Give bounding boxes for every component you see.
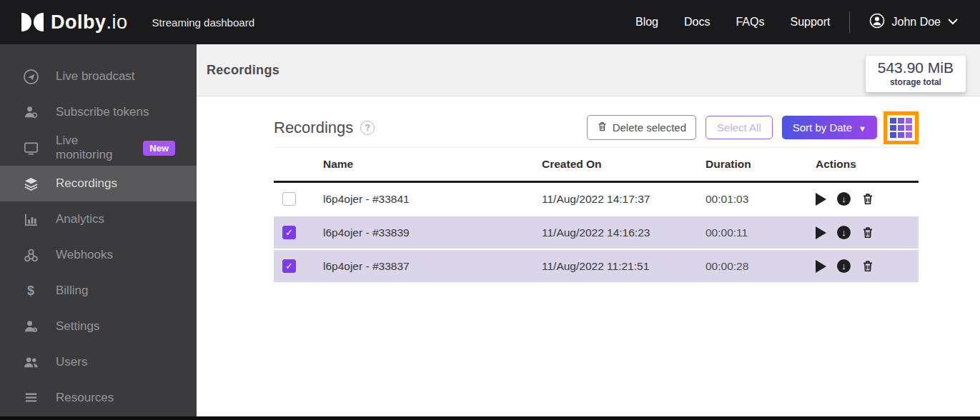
download-icon: ↓ [837, 259, 851, 273]
help-icon[interactable]: ? [360, 121, 375, 135]
play-icon [816, 260, 826, 273]
sidebar-item-label: Recordings [56, 176, 117, 191]
sidebar-item-label: Live broadcast [56, 69, 135, 84]
storage-label: storage total [878, 77, 954, 87]
recording-duration: 00:01:03 [706, 193, 816, 206]
sidebar-item-label: Users [56, 355, 87, 369]
person-badge-icon [21, 104, 40, 121]
grid-icon [890, 118, 912, 138]
caret-down-icon: ▼ [858, 124, 866, 133]
sidebar-item-recordings[interactable]: Recordings [0, 166, 197, 201]
webhook-icon [21, 247, 40, 264]
row-checkbox[interactable]: ✓ [282, 259, 296, 273]
play-icon [816, 226, 826, 239]
recording-duration: 00:00:28 [706, 260, 816, 273]
bottom-border-bar [0, 416, 980, 420]
top-navbar: Dolby.io Streaming dashboard Blog Docs F… [0, 0, 980, 44]
recording-created-on: 11/Aug/2022 14:16:23 [542, 226, 706, 239]
download-button[interactable]: ↓ [837, 226, 851, 239]
user-menu[interactable]: John Doe [868, 12, 959, 32]
recordings-toolbar: Recordings ? Delete selected Select All [274, 114, 919, 148]
column-header-name: Name [323, 158, 542, 171]
column-header-created-on: Created On [542, 158, 706, 171]
chevron-down-icon [947, 15, 959, 27]
grid-view-toggle-button[interactable] [884, 111, 919, 144]
sidebar-item-label: Webhooks [56, 248, 113, 262]
recording-created-on: 11/Aug/2022 14:17:37 [542, 193, 706, 206]
nav-link-docs[interactable]: Docs [684, 16, 710, 29]
user-name: John Doe [892, 16, 941, 29]
row-checkbox[interactable]: ✓ [282, 192, 296, 206]
column-header-duration: Duration [706, 158, 816, 171]
download-icon: ↓ [837, 226, 851, 239]
sidebar-item-label: Live monitoring [56, 134, 122, 162]
table-row: ✓ l6p4ojer - #33839 11/Aug/2022 14:16:23… [274, 216, 919, 249]
monitor-icon [21, 140, 40, 156]
page-header: Recordings 543.90 MiB storage total [197, 44, 980, 96]
sidebar-item-analytics[interactable]: Analytics [0, 201, 197, 237]
nav-link-faqs[interactable]: FAQs [736, 16, 764, 29]
dolby-double-d-icon [21, 13, 44, 31]
sidebar-item-billing[interactable]: $ Billing [0, 273, 197, 309]
nav-link-support[interactable]: Support [790, 16, 830, 29]
nav-link-blog[interactable]: Blog [635, 16, 658, 29]
play-icon [816, 193, 826, 206]
layers-icon [21, 176, 40, 192]
recordings-section-title: Recordings ? [274, 119, 375, 137]
sidebar-item-live-broadcast[interactable]: Live broadcast [0, 59, 197, 94]
table-row: ✓ l6p4ojer - #33841 11/Aug/2022 14:17:37… [274, 183, 919, 215]
dollar-icon: $ [21, 284, 40, 299]
sidebar: Live broadcast Subscribe tokens Live mon… [0, 44, 197, 416]
nav-links: Blog Docs FAQs Support [635, 16, 831, 29]
sort-by-date-button[interactable]: Sort by Date ▼ [782, 116, 877, 139]
storage-value: 543.90 MiB [878, 59, 954, 76]
broadcast-icon [21, 69, 40, 85]
dolby-logo[interactable]: Dolby.io [21, 11, 128, 34]
recording-name: l6p4ojer - #33839 [323, 226, 542, 239]
app-window: Dolby.io Streaming dashboard Blog Docs F… [0, 0, 980, 420]
main-panel: Recordings 543.90 MiB storage total Reco… [197, 44, 980, 416]
storage-total-card: 543.90 MiB storage total [866, 56, 966, 92]
sidebar-item-live-monitoring[interactable]: Live monitoring New [0, 130, 197, 166]
trash-icon [597, 121, 608, 134]
user-avatar-icon [868, 12, 886, 32]
delete-button[interactable] [861, 259, 874, 273]
users-icon [21, 354, 40, 371]
brand-name: Dolby.io [51, 11, 128, 34]
trash-icon [861, 259, 874, 273]
sidebar-item-label: Billing [56, 284, 88, 298]
play-button[interactable] [816, 226, 826, 239]
new-badge: New [143, 141, 175, 156]
app-subtitle: Streaming dashboard [152, 16, 254, 29]
sidebar-item-resources[interactable]: Resources [0, 380, 197, 416]
delete-button[interactable] [861, 192, 874, 206]
sidebar-item-users[interactable]: Users [0, 344, 197, 380]
sidebar-item-webhooks[interactable]: Webhooks [0, 237, 197, 273]
download-icon: ↓ [837, 192, 851, 206]
recording-name: l6p4ojer - #33841 [323, 193, 542, 206]
page-title: Recordings [207, 63, 279, 78]
person-gear-icon [21, 319, 40, 335]
delete-selected-button[interactable]: Delete selected [587, 115, 696, 140]
trash-icon [861, 226, 874, 239]
nav-divider [849, 11, 850, 33]
sidebar-item-label: Settings [56, 319, 99, 334]
delete-button[interactable] [861, 226, 874, 239]
recording-duration: 00:00:11 [706, 226, 816, 239]
trash-icon [861, 192, 874, 206]
select-all-button[interactable]: Select All [706, 116, 773, 139]
recording-name: l6p4ojer - #33837 [323, 260, 542, 273]
download-button[interactable]: ↓ [837, 192, 851, 206]
sidebar-item-label: Resources [56, 391, 114, 405]
row-checkbox[interactable]: ✓ [282, 226, 296, 239]
play-button[interactable] [816, 260, 826, 273]
sidebar-item-label: Subscribe tokens [56, 105, 149, 119]
sidebar-item-subscribe-tokens[interactable]: Subscribe tokens [0, 94, 197, 130]
sidebar-item-settings[interactable]: Settings [0, 309, 197, 344]
table-row: ✓ l6p4ojer - #33837 11/Aug/2022 11:21:51… [274, 250, 919, 282]
recording-created-on: 11/Aug/2022 11:21:51 [542, 260, 706, 273]
play-button[interactable] [816, 193, 826, 206]
sidebar-item-label: Analytics [56, 212, 104, 226]
download-button[interactable]: ↓ [837, 259, 851, 273]
table-header: Name Created On Duration Actions [274, 148, 919, 183]
